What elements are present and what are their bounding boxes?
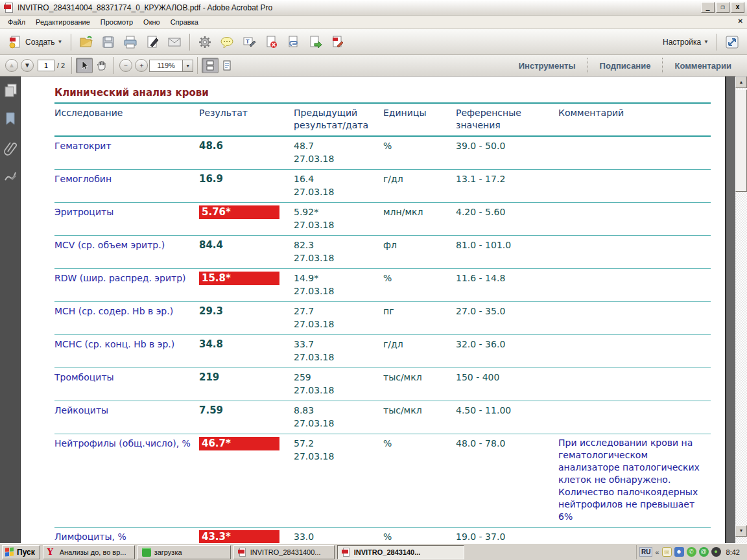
result-cell: 46.7*: [199, 434, 294, 527]
zoom-in-button[interactable]: ＋: [135, 59, 148, 72]
previous-result-date: 27.03.18: [294, 384, 378, 397]
create-pdf-button[interactable]: Создать ▼: [4, 32, 67, 52]
select-tool-button[interactable]: [76, 58, 93, 73]
scrolling-mode-button[interactable]: [202, 58, 219, 73]
zoom-dropdown-icon[interactable]: ▼: [183, 60, 193, 72]
open-button[interactable]: [75, 32, 97, 52]
text-callout-button[interactable]: T: [238, 32, 260, 52]
test-name-cell: Гемоглобин: [54, 170, 199, 202]
delete-pages-button[interactable]: [260, 32, 282, 52]
taskbar-task-button[interactable]: INVITRO_2843140...: [337, 545, 464, 559]
previous-result-date: 27.03.18: [294, 285, 378, 298]
comment-button[interactable]: [216, 32, 238, 52]
: [342, 550, 348, 554]
col-header-previous: Предыдущий результат/дата: [294, 104, 383, 135]
taskbar-task-button[interactable]: INVITRO_28431400...: [233, 545, 335, 559]
zoom-out-button[interactable]: −: [119, 59, 132, 72]
customize-button[interactable]: Настройка ▼: [656, 32, 713, 52]
taskbar-task-button[interactable]: загрузка: [137, 545, 231, 559]
menu-window[interactable]: Окно: [138, 16, 165, 28]
previous-result-date: 27.03.18: [294, 251, 378, 264]
menu-edit[interactable]: Редактирование: [30, 16, 95, 28]
report-section-title: Клинический анализ крови: [54, 87, 725, 102]
preferences-button[interactable]: [194, 32, 216, 52]
sign-button[interactable]: [141, 32, 163, 52]
previous-result-value: 33.0: [294, 530, 378, 543]
signatures-icon[interactable]: [3, 169, 18, 184]
export-button[interactable]: [304, 32, 326, 52]
task-label: INVITRO_28431400...: [250, 548, 321, 556]
whatsapp-tray-icon[interactable]: @: [699, 547, 709, 557]
vertical-scrollbar[interactable]: ▲ ▼: [735, 76, 747, 543]
windows-taskbar: Пуск YАнализы до, во вр...загрузкаINVITR…: [0, 543, 747, 560]
folder-icon: [142, 548, 151, 557]
comment-cell: [558, 528, 711, 543]
previous-result-value: 5.92*: [294, 205, 378, 218]
result-cell: 16.9: [199, 170, 294, 202]
units-cell: млн/мкл: [383, 203, 456, 235]
reference-range-cell: 48.0 - 78.0: [456, 434, 558, 527]
zoom-level-input[interactable]: 119%: [149, 60, 183, 72]
scroll-down-icon[interactable]: ▼: [735, 525, 747, 537]
system-tray: RU « ✉ ☻ ✆ @ ● 8:42: [636, 545, 745, 559]
messenger-tray-icon[interactable]: ☻: [674, 547, 684, 557]
language-indicator[interactable]: RU: [639, 547, 652, 557]
tools-panel-tab[interactable]: Инструменты: [507, 55, 587, 76]
start-label: Пуск: [17, 548, 35, 557]
units-cell: %: [383, 434, 456, 527]
restore-button[interactable]: ❐: [716, 2, 729, 13]
bookmarks-icon[interactable]: [3, 111, 18, 127]
navigation-pane-rail: [0, 76, 21, 543]
menubar-close-icon[interactable]: ✕: [738, 18, 743, 25]
start-button[interactable]: Пуск: [2, 545, 40, 559]
comment-cell: [558, 368, 711, 401]
table-row: MCHC (ср. конц. Hb в эр.)34.833.727.03.1…: [54, 335, 711, 368]
menu-file[interactable]: Файл: [3, 16, 30, 28]
save-button[interactable]: [97, 32, 119, 52]
comment-cell: [558, 401, 711, 434]
test-name-cell: Лимфоциты, %: [54, 528, 199, 543]
edit-document-button[interactable]: [326, 32, 348, 52]
close-button[interactable]: x: [731, 2, 744, 13]
hand-tool-button[interactable]: [93, 58, 110, 73]
pdf-file-icon: [238, 548, 247, 557]
table-row: Нейтрофилы (общ.число), %46.7*57.227.03.…: [54, 434, 711, 528]
create-pdf-icon: [8, 35, 22, 49]
attach-file-button[interactable]: [282, 32, 304, 52]
previous-result-cell: 14.9*27.03.18: [294, 269, 383, 301]
viber-tray-icon[interactable]: ✆: [687, 547, 696, 557]
menu-help[interactable]: Справка: [165, 16, 204, 28]
taskbar-task-button[interactable]: YАнализы до, во вр...: [43, 545, 135, 559]
test-name-cell: MCHC (ср. конц. Hb в эр.): [54, 335, 199, 368]
delete-page-icon: [264, 35, 278, 49]
result-cell: 29.3: [199, 302, 294, 334]
tray-collapse-icon[interactable]: «: [655, 548, 659, 556]
single-page-mode-button[interactable]: [219, 58, 235, 73]
col-header-units: Единицы: [383, 104, 456, 135]
page-number-input[interactable]: 1: [38, 60, 54, 71]
col-header-test: Исследование: [54, 104, 199, 135]
mail-tray-icon[interactable]: ✉: [662, 547, 672, 557]
attachments-paperclip-icon[interactable]: [3, 140, 18, 156]
next-page-button[interactable]: ▼: [21, 59, 34, 72]
sign-panel-tab[interactable]: Подписание: [588, 55, 663, 76]
hand-icon: [96, 60, 106, 71]
scrollbar-thumb[interactable]: [735, 89, 747, 192]
print-button[interactable]: [119, 32, 141, 52]
test-name-cell: MCV (ср. объем эритр.): [54, 236, 199, 268]
comment-panel-tab[interactable]: Комментарии: [663, 55, 743, 76]
scroll-up-icon[interactable]: ▲: [735, 76, 747, 88]
fullscreen-button[interactable]: [721, 32, 743, 52]
antivirus-tray-icon[interactable]: ●: [711, 547, 721, 557]
table-row: MCH (ср. содер. Hb в эр.)29.327.727.03.1…: [54, 302, 711, 335]
menu-view[interactable]: Просмотр: [95, 16, 138, 28]
comment-cell: [558, 203, 711, 235]
previous-result-date: 27.03.18: [294, 417, 378, 430]
result-value: 29.3: [199, 305, 223, 317]
page-thumbnails-icon[interactable]: [3, 83, 18, 99]
test-name-cell: Эритроциты: [54, 203, 199, 235]
email-button[interactable]: [163, 32, 185, 52]
minimize-button[interactable]: _: [701, 2, 715, 13]
previous-page-button[interactable]: ▲: [5, 59, 18, 72]
previous-result-date: 27.03.18: [294, 450, 378, 463]
